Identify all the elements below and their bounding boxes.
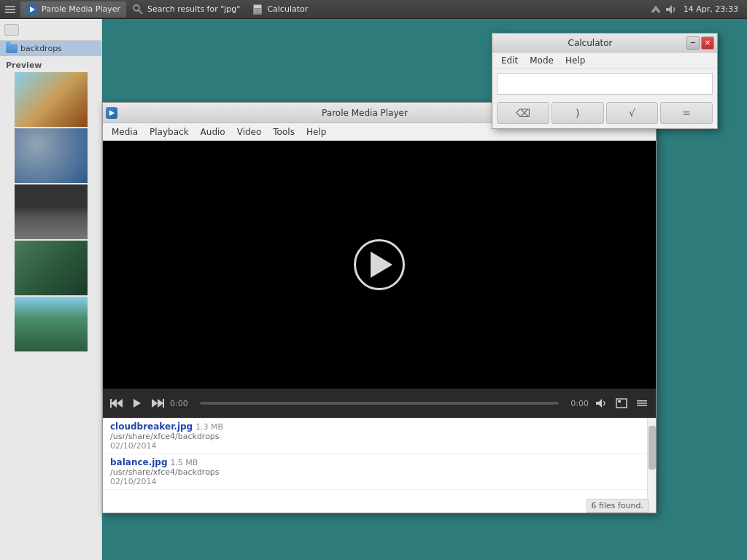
taskbar: Parole Media Player Search results for "… (0, 0, 747, 19)
calc-close-button[interactable]: ✕ (701, 36, 714, 50)
calc-menu-mode[interactable]: Mode (524, 54, 560, 67)
parole-taskbar-icon (26, 4, 38, 15)
play-pause-button[interactable] (129, 395, 145, 411)
calc-menu-edit[interactable]: Edit (495, 54, 524, 67)
calculator-window: Calculator − ✕ Edit Mode Help ⌫ ) √ = (492, 33, 718, 129)
preview-thumb-1[interactable] (15, 72, 88, 127)
file-list-panel: cloudbreaker.jpg 1.3 MB /usr/share/xfce4… (103, 418, 656, 513)
menu-button[interactable] (634, 395, 650, 411)
svg-rect-1 (5, 9, 15, 10)
skip-forward-button[interactable] (150, 395, 166, 411)
svg-rect-8 (254, 5, 261, 8)
fullscreen-icon (616, 398, 627, 408)
file-path-2: /usr/share/xfce4/backdrops (110, 467, 649, 477)
svg-marker-26 (133, 399, 141, 408)
taskbar-right: 14 Apr, 23:33 (650, 3, 747, 15)
preview-thumbnails (0, 72, 101, 351)
svg-rect-10 (257, 9, 259, 10)
svg-marker-28 (152, 399, 158, 408)
calc-btn-paren[interactable]: ) (551, 102, 604, 124)
preview-thumb-3[interactable] (15, 184, 88, 239)
parole-icon-play (107, 109, 116, 117)
svg-marker-23 (111, 399, 117, 408)
file-size: 1.3 MB (196, 422, 223, 432)
file-entry-balance[interactable]: balance.jpg 1.5 MB /usr/share/xfce4/back… (103, 454, 656, 490)
sidebar-item-backdrops[interactable]: backdrops (0, 41, 101, 56)
taskbar-calculator-label: Calculator (267, 4, 308, 14)
play-triangle-icon (371, 252, 392, 278)
preview-thumb-5[interactable] (15, 297, 88, 351)
svg-rect-31 (616, 399, 627, 408)
sidebar-folder-icon (4, 24, 19, 36)
svg-point-5 (133, 5, 139, 11)
svg-marker-15 (666, 5, 672, 14)
menu-video[interactable]: Video (231, 125, 268, 139)
taskbar-parole-label: Parole Media Player (42, 4, 120, 14)
svg-rect-12 (254, 11, 256, 12)
progress-bar[interactable] (200, 402, 559, 405)
network-icon (650, 4, 662, 15)
menu-media[interactable]: Media (106, 125, 144, 139)
file-date-2: 02/10/2014 (110, 477, 649, 486)
svg-rect-32 (618, 400, 621, 402)
svg-rect-2 (5, 12, 15, 13)
calc-minimize-button[interactable]: − (686, 36, 700, 50)
hamburger-icon (636, 398, 648, 408)
play-overlay-button[interactable] (354, 239, 405, 290)
folder-icon (6, 44, 18, 53)
menu-tools[interactable]: Tools (267, 125, 301, 139)
controls-bar: 0:00 0:00 (103, 389, 656, 418)
file-manager-sidebar: backdrops Preview (0, 19, 102, 560)
volume-icon (595, 398, 608, 408)
calc-menu-help[interactable]: Help (560, 54, 591, 67)
svg-rect-9 (254, 9, 256, 10)
play-pause-icon (132, 398, 142, 408)
video-display[interactable] (103, 141, 656, 389)
svg-rect-29 (163, 399, 164, 408)
calc-btn-equals[interactable]: = (660, 102, 713, 124)
file-size-2: 1.5 MB (170, 458, 198, 467)
file-count-badge: 6 files found. (587, 499, 649, 513)
taskbar-item-parole[interactable]: Parole Media Player (20, 1, 126, 18)
preview-thumb-2[interactable] (15, 128, 88, 183)
svg-rect-13 (257, 11, 259, 12)
time-total: 0:00 (563, 399, 589, 408)
calculator-taskbar-icon (252, 4, 263, 15)
svg-rect-14 (259, 11, 261, 12)
calc-btn-backspace[interactable]: ⌫ (497, 102, 549, 124)
search-taskbar-icon (132, 4, 144, 15)
taskbar-app-icon[interactable] (0, 1, 20, 18)
svg-marker-22 (109, 110, 115, 116)
menu-audio[interactable]: Audio (195, 125, 231, 139)
svg-rect-33 (637, 400, 647, 402)
calculator-display (497, 73, 713, 95)
volume-button[interactable] (593, 395, 609, 411)
calculator-titlebar: Calculator − ✕ (492, 34, 717, 52)
svg-rect-25 (110, 399, 112, 408)
file-entry-name-row: cloudbreaker.jpg 1.3 MB (110, 421, 649, 432)
file-date: 02/10/2014 (110, 441, 649, 451)
svg-marker-27 (158, 399, 163, 408)
menu-playback[interactable]: Playback (144, 125, 195, 139)
volume-icon (665, 4, 676, 15)
preview-thumb-4[interactable] (15, 241, 88, 295)
calc-btn-sqrt[interactable]: √ (606, 102, 659, 124)
menu-help[interactable]: Help (301, 125, 332, 139)
svg-rect-34 (637, 402, 647, 404)
svg-marker-24 (117, 399, 123, 408)
taskbar-left: Parole Media Player Search results for "… (0, 1, 650, 18)
file-entry-cloudbreaker[interactable]: cloudbreaker.jpg 1.3 MB /usr/share/xfce4… (103, 419, 656, 454)
taskbar-item-search[interactable]: Search results for "jpg" (126, 1, 246, 18)
fullscreen-button[interactable] (614, 395, 630, 411)
file-entry-name-row-2: balance.jpg 1.5 MB (110, 457, 649, 467)
taskbar-item-calculator[interactable]: Calculator (246, 1, 314, 18)
preview-section-label: Preview (0, 56, 101, 72)
svg-marker-30 (596, 399, 602, 408)
svg-rect-11 (259, 9, 261, 10)
skip-back-icon (110, 398, 123, 408)
svg-line-6 (139, 10, 142, 14)
skip-back-button[interactable] (109, 395, 125, 411)
file-path: /usr/share/xfce4/backdrops (110, 432, 649, 441)
calculator-buttons: ⌫ ) √ = (492, 99, 717, 128)
scrollbar-thumb[interactable] (649, 426, 656, 470)
